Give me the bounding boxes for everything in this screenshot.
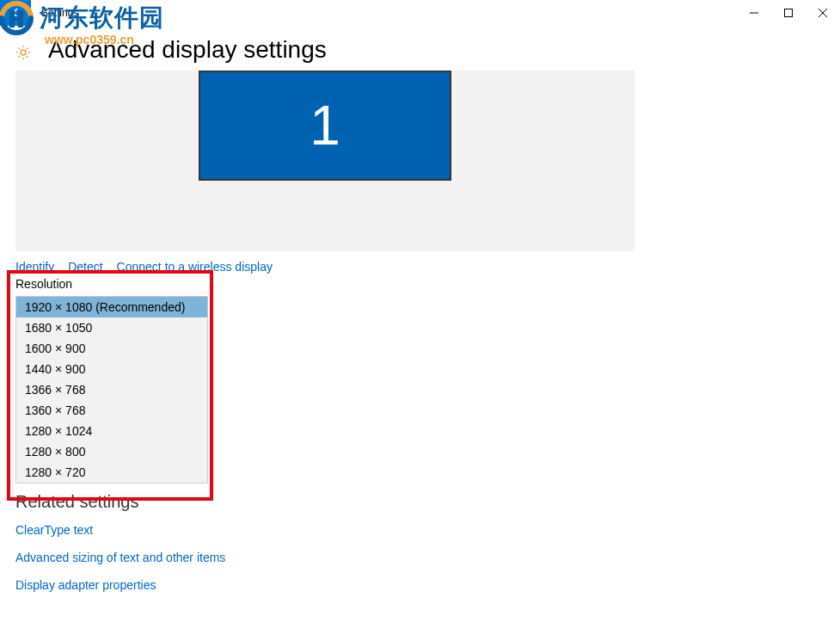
related-links: ClearType textAdvanced sizing of text an…: [15, 523, 225, 592]
display-preview-area: 1: [15, 71, 635, 251]
identify-link[interactable]: Identify: [15, 260, 54, 274]
close-button[interactable]: [806, 0, 840, 26]
display-action-links: Identify Detect Connect to a wireless di…: [0, 251, 840, 279]
resolution-option[interactable]: 1600 × 900: [16, 338, 207, 359]
resolution-option[interactable]: 1280 × 720: [16, 462, 207, 483]
resolution-option[interactable]: 1280 × 800: [16, 441, 207, 462]
monitor-number: 1: [310, 94, 340, 157]
resolution-dropdown[interactable]: Resolution 1920 × 1080 (Recommended)1680…: [15, 277, 208, 483]
page-header: Advanced display settings: [0, 26, 840, 71]
maximize-button[interactable]: [771, 0, 806, 26]
related-settings-heading: Related settings: [15, 492, 138, 512]
monitor-preview-1[interactable]: 1: [199, 71, 451, 181]
resolution-option[interactable]: 1366 × 768: [16, 379, 207, 400]
window-controls: [737, 0, 840, 26]
svg-rect-0: [785, 9, 793, 17]
resolution-option[interactable]: 1920 × 1080 (Recommended): [16, 297, 207, 317]
resolution-option[interactable]: 1280 × 1024: [16, 421, 207, 441]
resolution-option[interactable]: 1440 × 900: [16, 359, 207, 379]
detect-link[interactable]: Detect: [68, 260, 102, 274]
resolution-options-list: 1920 × 1080 (Recommended)1680 × 10501600…: [15, 296, 208, 483]
svg-point-4: [21, 50, 26, 55]
svg-rect-3: [9, 16, 23, 21]
related-link[interactable]: Advanced sizing of text and other items: [15, 551, 225, 564]
page-title: Advanced display settings: [48, 36, 825, 64]
gear-icon: [15, 45, 31, 65]
related-link[interactable]: Display adapter properties: [15, 578, 225, 592]
watermark-logo-icon: [0, 0, 36, 38]
titlebar: Settings: [0, 0, 840, 26]
resolution-label: Resolution: [15, 277, 208, 296]
related-link[interactable]: ClearType text: [15, 523, 225, 537]
connect-wireless-link[interactable]: Connect to a wireless display: [117, 260, 273, 274]
app-title: Settings: [41, 7, 78, 19]
minimize-button[interactable]: [737, 0, 771, 26]
resolution-option[interactable]: 1360 × 768: [16, 400, 207, 421]
resolution-option[interactable]: 1680 × 1050: [16, 317, 207, 338]
